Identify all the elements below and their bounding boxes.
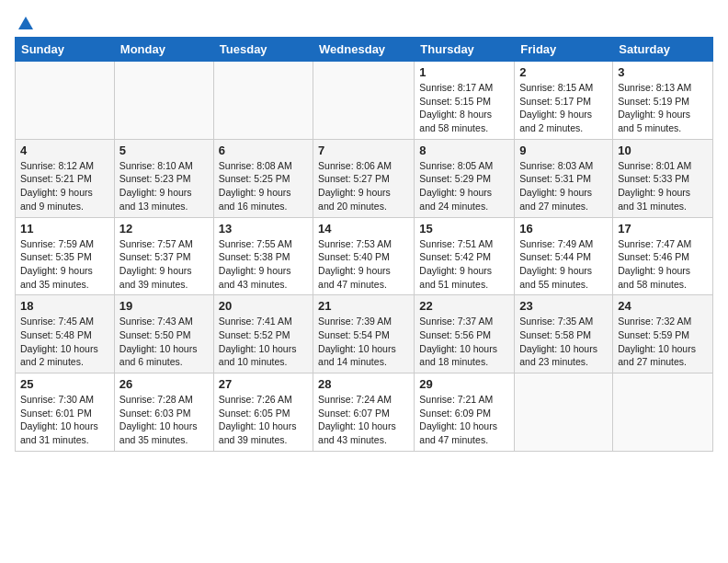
calendar-cell [213,62,313,140]
calendar-cell: 14Sunrise: 7:53 AM Sunset: 5:40 PM Dayli… [313,217,415,295]
calendar-cell: 22Sunrise: 7:37 AM Sunset: 5:56 PM Dayli… [415,295,515,373]
day-number: 12 [119,222,209,236]
calendar-cell [613,373,713,452]
day-info: Sunrise: 7:43 AM Sunset: 5:50 PM Dayligh… [119,315,209,369]
day-info: Sunrise: 8:08 AM Sunset: 5:25 PM Dayligh… [219,159,308,213]
week-row-5: 25Sunrise: 7:30 AM Sunset: 6:01 PM Dayli… [16,373,713,452]
day-info: Sunrise: 8:06 AM Sunset: 5:27 PM Dayligh… [318,159,409,213]
week-row-4: 18Sunrise: 7:45 AM Sunset: 5:48 PM Dayli… [16,295,713,373]
day-info: Sunrise: 7:41 AM Sunset: 5:52 PM Dayligh… [219,315,308,369]
day-number: 11 [20,222,109,236]
day-number: 10 [618,144,708,157]
day-number: 4 [20,144,109,157]
calendar-cell: 29Sunrise: 7:21 AM Sunset: 6:09 PM Dayli… [415,373,515,452]
header-tuesday: Tuesday [213,38,313,62]
calendar-header-row: SundayMondayTuesdayWednesdayThursdayFrid… [16,38,713,62]
day-number: 7 [318,144,409,157]
calendar-cell: 28Sunrise: 7:24 AM Sunset: 6:07 PM Dayli… [313,373,415,452]
week-row-3: 11Sunrise: 7:59 AM Sunset: 5:35 PM Dayli… [16,217,713,295]
calendar-cell: 21Sunrise: 7:39 AM Sunset: 5:54 PM Dayli… [313,295,415,373]
calendar-cell: 4Sunrise: 8:12 AM Sunset: 5:21 PM Daylig… [16,139,115,217]
day-info: Sunrise: 7:28 AM Sunset: 6:03 PM Dayligh… [119,393,209,447]
header-monday: Monday [114,38,213,62]
calendar-cell: 6Sunrise: 8:08 AM Sunset: 5:25 PM Daylig… [213,139,313,217]
calendar-cell: 5Sunrise: 8:10 AM Sunset: 5:23 PM Daylig… [114,139,213,217]
day-info: Sunrise: 7:57 AM Sunset: 5:37 PM Dayligh… [119,237,209,292]
logo [15,15,35,29]
day-info: Sunrise: 7:53 AM Sunset: 5:40 PM Dayligh… [318,237,409,292]
header-sunday: Sunday [16,38,115,62]
day-info: Sunrise: 8:13 AM Sunset: 5:19 PM Dayligh… [618,81,708,135]
day-info: Sunrise: 7:49 AM Sunset: 5:44 PM Dayligh… [519,237,608,292]
day-number: 26 [119,377,209,391]
day-number: 27 [219,377,308,391]
day-info: Sunrise: 7:26 AM Sunset: 6:05 PM Dayligh… [219,393,308,447]
calendar-cell: 8Sunrise: 8:05 AM Sunset: 5:29 PM Daylig… [415,139,515,217]
day-info: Sunrise: 7:24 AM Sunset: 6:07 PM Dayligh… [318,393,409,447]
day-number: 6 [219,144,308,157]
day-number: 3 [618,65,708,79]
calendar-cell: 2Sunrise: 8:15 AM Sunset: 5:17 PM Daylig… [515,62,613,140]
calendar-cell: 15Sunrise: 7:51 AM Sunset: 5:42 PM Dayli… [415,217,515,295]
calendar-cell: 7Sunrise: 8:06 AM Sunset: 5:27 PM Daylig… [313,139,415,217]
day-number: 24 [618,299,708,313]
day-info: Sunrise: 7:59 AM Sunset: 5:35 PM Dayligh… [20,237,109,292]
header-wednesday: Wednesday [313,38,415,62]
calendar-cell: 24Sunrise: 7:32 AM Sunset: 5:59 PM Dayli… [613,295,713,373]
calendar-cell: 9Sunrise: 8:03 AM Sunset: 5:31 PM Daylig… [515,139,613,217]
calendar-cell: 27Sunrise: 7:26 AM Sunset: 6:05 PM Dayli… [213,373,313,452]
calendar-cell: 11Sunrise: 7:59 AM Sunset: 5:35 PM Dayli… [16,217,115,295]
calendar-cell: 20Sunrise: 7:41 AM Sunset: 5:52 PM Dayli… [213,295,313,373]
day-number: 1 [419,65,509,79]
day-info: Sunrise: 7:55 AM Sunset: 5:38 PM Dayligh… [219,237,308,292]
day-number: 23 [519,299,608,313]
calendar-table: SundayMondayTuesdayWednesdayThursdayFrid… [15,37,713,452]
header-friday: Friday [515,38,613,62]
day-number: 8 [419,144,509,157]
day-number: 19 [119,299,209,313]
day-info: Sunrise: 7:21 AM Sunset: 6:09 PM Dayligh… [419,393,509,447]
day-info: Sunrise: 7:32 AM Sunset: 5:59 PM Dayligh… [618,315,708,369]
svg-marker-0 [18,17,33,29]
day-number: 14 [318,222,409,236]
day-number: 2 [519,65,608,79]
day-info: Sunrise: 7:30 AM Sunset: 6:01 PM Dayligh… [20,393,109,447]
calendar-cell [16,62,115,140]
day-number: 18 [20,299,109,313]
day-info: Sunrise: 8:01 AM Sunset: 5:33 PM Dayligh… [618,159,708,213]
calendar-cell: 16Sunrise: 7:49 AM Sunset: 5:44 PM Dayli… [515,217,613,295]
week-row-2: 4Sunrise: 8:12 AM Sunset: 5:21 PM Daylig… [16,139,713,217]
calendar-cell: 19Sunrise: 7:43 AM Sunset: 5:50 PM Dayli… [114,295,213,373]
day-number: 9 [519,144,608,157]
day-number: 21 [318,299,409,313]
week-row-1: 1Sunrise: 8:17 AM Sunset: 5:15 PM Daylig… [16,62,713,140]
day-info: Sunrise: 7:45 AM Sunset: 5:48 PM Dayligh… [20,315,109,369]
day-number: 13 [219,222,308,236]
day-number: 22 [419,299,509,313]
header [15,15,713,29]
day-info: Sunrise: 7:37 AM Sunset: 5:56 PM Dayligh… [419,315,509,369]
day-number: 29 [419,377,509,391]
day-info: Sunrise: 8:12 AM Sunset: 5:21 PM Dayligh… [20,159,109,213]
day-number: 28 [318,377,409,391]
calendar-cell: 18Sunrise: 7:45 AM Sunset: 5:48 PM Dayli… [16,295,115,373]
day-info: Sunrise: 8:10 AM Sunset: 5:23 PM Dayligh… [119,159,209,213]
day-info: Sunrise: 7:51 AM Sunset: 5:42 PM Dayligh… [419,237,509,292]
day-info: Sunrise: 8:17 AM Sunset: 5:15 PM Dayligh… [419,81,509,135]
day-number: 25 [20,377,109,391]
calendar-cell: 1Sunrise: 8:17 AM Sunset: 5:15 PM Daylig… [415,62,515,140]
day-number: 16 [519,222,608,236]
day-info: Sunrise: 8:03 AM Sunset: 5:31 PM Dayligh… [519,159,608,213]
header-saturday: Saturday [613,38,713,62]
calendar-cell: 13Sunrise: 7:55 AM Sunset: 5:38 PM Dayli… [213,217,313,295]
calendar-cell [515,373,613,452]
logo-icon [17,15,35,33]
calendar-cell: 12Sunrise: 7:57 AM Sunset: 5:37 PM Dayli… [114,217,213,295]
day-info: Sunrise: 7:47 AM Sunset: 5:46 PM Dayligh… [618,237,708,292]
day-info: Sunrise: 8:05 AM Sunset: 5:29 PM Dayligh… [419,159,509,213]
calendar-cell: 3Sunrise: 8:13 AM Sunset: 5:19 PM Daylig… [613,62,713,140]
header-thursday: Thursday [415,38,515,62]
calendar-cell: 23Sunrise: 7:35 AM Sunset: 5:58 PM Dayli… [515,295,613,373]
calendar-cell: 25Sunrise: 7:30 AM Sunset: 6:01 PM Dayli… [16,373,115,452]
day-info: Sunrise: 8:15 AM Sunset: 5:17 PM Dayligh… [519,81,608,135]
